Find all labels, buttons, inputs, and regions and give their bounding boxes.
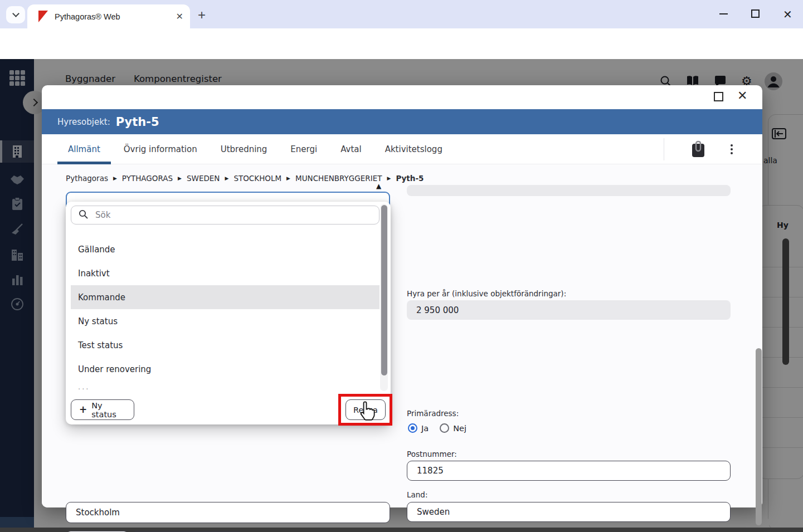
postal-code-input[interactable]	[407, 461, 731, 481]
plus-icon	[79, 405, 87, 414]
new-status-label: Ny status	[91, 401, 126, 419]
tab-aktivitetslogg[interactable]: Aktivitetslogg	[373, 134, 454, 164]
breadcrumb-arrow-icon: ▶	[178, 175, 182, 181]
browser-tabstrip: Pythagoras® Web ✕ + ✕	[0, 0, 803, 28]
dialog-close-button[interactable]: ✕	[737, 89, 747, 103]
dialog-more-menu-icon[interactable]	[726, 141, 737, 158]
tab-energi[interactable]: Energi	[279, 134, 329, 164]
city-input[interactable]	[66, 502, 390, 523]
rent-label: Hyra per år (inklusive objektförändringa…	[407, 289, 566, 298]
radio-nej[interactable]: Nej	[440, 423, 466, 433]
breadcrumb-item[interactable]: SWEDEN	[187, 174, 220, 183]
pythagoras-favicon	[38, 11, 48, 22]
screen: Pythagoras® Web ✕ + ✕ ← → ↻ internaldemo…	[0, 0, 803, 532]
breadcrumb-arrow-icon: ▶	[225, 175, 228, 181]
option-gallande[interactable]: Gällande	[71, 237, 379, 261]
dropdown-search-box[interactable]	[71, 206, 379, 224]
breadcrumb-arrow-icon: ▶	[286, 175, 290, 181]
browser-toolbar: ← → ↻ internaldemo.dev.pythagoras.se/pyt…	[0, 28, 803, 59]
breadcrumb: Pythagoras▶ PYTHAGORAS▶ SWEDEN▶ STOCKHOL…	[66, 174, 424, 183]
breadcrumb-item[interactable]: MUNCHENBRYGGERIET	[295, 174, 382, 183]
readonly-field-partial	[407, 185, 731, 196]
new-tab-button[interactable]: +	[198, 7, 206, 23]
dialog-maximize-button[interactable]	[714, 92, 723, 101]
option-ny-status[interactable]: Ny status	[71, 309, 379, 333]
country-input[interactable]	[407, 502, 731, 522]
dialog-title-label: Hyresobjekt:	[57, 117, 110, 127]
window-close-button[interactable]: ✕	[783, 8, 792, 21]
option-inaktivt[interactable]: Inaktivt	[71, 261, 379, 285]
radio-ja[interactable]: Ja	[408, 423, 429, 433]
radio-nej-label: Nej	[453, 424, 466, 433]
tab-allmant[interactable]: Allmänt	[56, 134, 112, 164]
hand-cursor	[358, 401, 376, 424]
search-icon	[79, 209, 88, 221]
option-truncated: ...	[78, 383, 90, 391]
tab-close-icon[interactable]: ✕	[176, 12, 183, 21]
breadcrumb-item[interactable]: Pyth-5	[396, 174, 424, 183]
radio-ja-label: Ja	[421, 424, 429, 433]
option-test-status[interactable]: Test status	[71, 333, 379, 357]
tab-title: Pythagoras® Web	[55, 12, 176, 21]
dialog-title-value: Pyth-5	[116, 115, 159, 129]
radio-selected-icon	[408, 423, 417, 433]
dialog-scrollbar[interactable]	[756, 348, 762, 525]
new-status-button[interactable]: Ny status	[71, 399, 134, 420]
breadcrumb-item[interactable]: Pythagoras	[66, 174, 108, 183]
breadcrumb-arrow-icon: ▶	[113, 175, 117, 181]
primary-address-radio-group: Ja Nej	[408, 423, 466, 433]
breadcrumb-item[interactable]: STOCKHOLM	[233, 174, 281, 183]
dropdown-search-input[interactable]	[94, 209, 372, 221]
tabbar-divider	[664, 138, 664, 160]
dialog-tabbar: Allmänt Övrig information Utbredning Ene…	[42, 134, 762, 164]
chevron-down-icon	[12, 10, 20, 17]
attachment-icon[interactable]	[690, 140, 706, 160]
country-label: Land:	[407, 490, 427, 499]
breadcrumb-item[interactable]: PYTHAGORAS	[122, 174, 173, 183]
postal-code-label: Postnummer:	[407, 450, 457, 458]
radio-unselected-icon	[440, 423, 449, 433]
option-kommande[interactable]: Kommande	[71, 285, 379, 309]
dropdown-scrollbar-thumb[interactable]	[381, 205, 387, 375]
tab-search-button[interactable]	[6, 6, 25, 23]
primary-address-label: Primäradress:	[407, 409, 459, 418]
dialog-header: Hyresobjekt: Pyth-5	[42, 109, 762, 134]
rent-field	[407, 300, 731, 320]
tab-ovrig-information[interactable]: Övrig information	[112, 134, 209, 164]
browser-tab[interactable]: Pythagoras® Web ✕	[27, 4, 190, 28]
option-under-renovering[interactable]: Under renovering	[71, 357, 379, 381]
tab-avtal[interactable]: Avtal	[329, 134, 373, 164]
caret-up-icon: ▲	[376, 182, 381, 190]
status-dropdown-panel: Gällande Inaktivt Kommande Ny status Tes…	[66, 202, 391, 424]
window-minimize-button[interactable]	[719, 13, 728, 14]
tab-utbredning[interactable]: Utbredning	[209, 134, 279, 164]
hyresobjekt-dialog: ✕ Hyresobjekt: Pyth-5 Allmänt Övrig info…	[42, 85, 762, 507]
breadcrumb-arrow-icon: ▶	[387, 175, 391, 181]
window-maximize-button[interactable]	[751, 9, 760, 18]
